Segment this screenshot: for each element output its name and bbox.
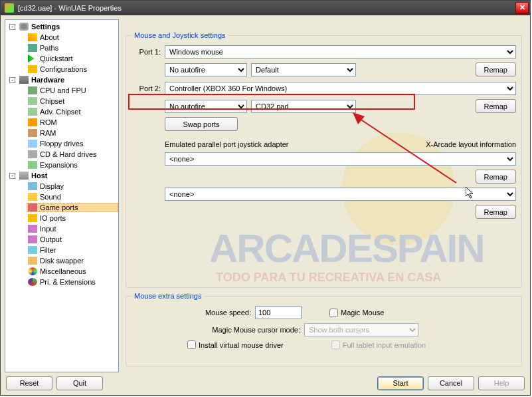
titlebar: [cd32.uae] - WinUAE Properties ✕ [1, 1, 530, 15]
tree-expansions[interactable]: Expansions [5, 160, 118, 170]
close-button[interactable]: ✕ [515, 2, 529, 14]
quit-button[interactable]: Quit [56, 376, 103, 390]
port2-device-select[interactable]: Controller (XBOX 360 For Windows) [165, 82, 516, 95]
footer: Reset Quit Start Cancel Help [5, 372, 526, 391]
help-button: Help [478, 376, 525, 390]
host-icon [19, 172, 29, 180]
tree-advchipset[interactable]: Adv. Chipset [5, 106, 118, 117]
group-legend: Mouse and Joystick settings [132, 31, 228, 39]
hardware-icon [19, 76, 29, 84]
port1-mode-select[interactable]: Default [251, 63, 356, 76]
chip-icon [28, 108, 37, 116]
tree-diskswapper[interactable]: Disk swapper [5, 255, 118, 266]
tree-configurations[interactable]: Configurations [5, 64, 118, 74]
swap-icon [28, 257, 37, 265]
tree-settings[interactable]: -Settings [5, 21, 118, 32]
tree-sound[interactable]: Sound [5, 192, 118, 202]
filter-icon [28, 246, 37, 254]
client-area: -Settings About Paths Quickstart Configu… [1, 15, 530, 395]
port1-autofire-select[interactable]: No autofire [165, 63, 247, 76]
tree-hardware[interactable]: -Hardware [5, 74, 118, 85]
monitor-icon [28, 182, 37, 190]
app-icon [5, 3, 14, 13]
tree-misc[interactable]: Miscellaneous [5, 266, 118, 277]
ram-icon [28, 129, 37, 137]
tree-about[interactable]: About [5, 32, 118, 43]
paths-icon [28, 44, 37, 52]
mouse-speed-label: Mouse speed: [132, 309, 251, 317]
tree-quickstart[interactable]: Quickstart [5, 53, 118, 64]
window-title: [cd32.uae] - WinUAE Properties [18, 4, 515, 12]
xarcade-label: X-Arcade layout information [426, 140, 516, 148]
io-icon [28, 214, 37, 222]
port1-device-select[interactable]: Windows mouse [165, 45, 516, 59]
tree-input[interactable]: Input [5, 223, 118, 234]
chip-icon [28, 97, 37, 105]
play-icon [28, 55, 37, 63]
tree-rom[interactable]: ROM [5, 117, 118, 128]
annotation-red-box [128, 94, 415, 110]
output-icon [28, 235, 37, 243]
tree-output[interactable]: Output [5, 234, 118, 245]
priority-icon [28, 278, 37, 286]
speaker-icon [28, 193, 37, 201]
group-legend: Mouse extra settings [132, 292, 205, 300]
port1-remap-button[interactable]: Remap [476, 63, 516, 76]
gamepad-icon [28, 203, 37, 211]
port2-label: Port 2: [132, 84, 161, 92]
install-driver-checkbox[interactable]: Install virtual mouse driver [187, 340, 284, 349]
mouse-extra-group: Mouse extra settings Mouse speed: Magic … [126, 296, 522, 366]
rom-icon [28, 118, 37, 126]
cpu-icon [28, 86, 37, 94]
gear-icon [19, 23, 29, 31]
tree-cpu[interactable]: CPU and FPU [5, 85, 118, 96]
port3-device-select[interactable]: <none> [165, 152, 516, 166]
port2-remap-button[interactable]: Remap [476, 99, 516, 113]
floppy-icon [28, 140, 37, 148]
start-button[interactable]: Start [377, 376, 424, 390]
adapter-label: Emulated parallel port joystick adapter [165, 140, 288, 148]
tablet-checkbox: Full tablet input emulation [331, 340, 426, 349]
cursor-mode-label: Magic Mouse cursor mode: [132, 326, 300, 334]
nav-tree[interactable]: -Settings About Paths Quickstart Configu… [5, 19, 119, 372]
tree-priority[interactable]: Pri. & Extensions [5, 277, 118, 287]
input-icon [28, 225, 37, 233]
disk-icon [28, 150, 37, 158]
port3-remap-button[interactable]: Remap [476, 170, 516, 184]
tree-floppy[interactable]: Floppy drives [5, 138, 118, 149]
window: [cd32.uae] - WinUAE Properties ✕ -Settin… [0, 0, 531, 396]
cursor-mode-select: Show both cursors [304, 323, 418, 336]
expansion-icon [28, 161, 37, 169]
swap-ports-button[interactable]: Swap ports [165, 117, 238, 131]
cancel-button[interactable]: Cancel [428, 376, 474, 390]
mouse-joystick-group: Mouse and Joystick settings Port 1: Wind… [126, 35, 522, 288]
tree-filter[interactable]: Filter [5, 245, 118, 255]
tree-host[interactable]: -Host [5, 170, 118, 181]
tree-ram[interactable]: RAM [5, 128, 118, 138]
tree-display[interactable]: Display [5, 181, 118, 192]
mouse-speed-input[interactable] [255, 306, 302, 319]
misc-icon [28, 267, 37, 275]
collapse-icon[interactable]: - [9, 77, 15, 83]
port1-label: Port 1: [132, 48, 161, 56]
port4-device-select[interactable]: <none> [165, 188, 516, 201]
tree-paths[interactable]: Paths [5, 43, 118, 53]
port4-remap-button[interactable]: Remap [476, 205, 516, 219]
tree-hdd[interactable]: CD & Hard drives [5, 149, 118, 160]
collapse-icon[interactable]: - [9, 173, 15, 179]
tree-gameports[interactable]: Game ports [5, 202, 118, 213]
tree-ioports[interactable]: IO ports [5, 213, 118, 223]
about-icon [28, 33, 37, 41]
config-icon [28, 65, 37, 73]
tree-chipset[interactable]: Chipset [5, 96, 118, 106]
reset-button[interactable]: Reset [6, 376, 52, 390]
magic-mouse-checkbox[interactable]: Magic Mouse [329, 309, 384, 317]
collapse-icon[interactable]: - [9, 24, 15, 30]
